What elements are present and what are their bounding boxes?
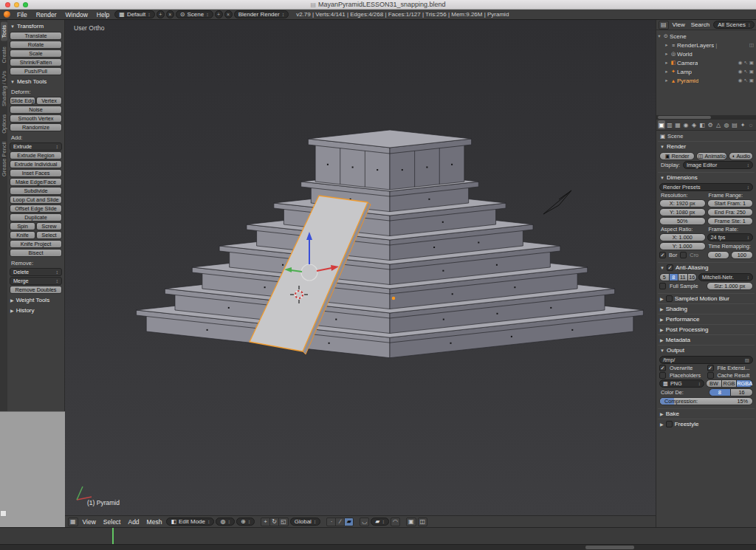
visibility-eye-icon[interactable]: ◉ (738, 78, 743, 83)
viewport-3d[interactable]: User Ortho (1) Pyramid (65, 20, 656, 515)
outliner-row-world[interactable]: ▸ ◎ World (656, 49, 756, 58)
noise-button[interactable]: Noise (10, 106, 62, 114)
display-selector[interactable]: Image Editor ↕ (683, 161, 753, 169)
aa-samples-5-button[interactable]: 5 (659, 273, 670, 281)
start-frame-field[interactable]: Start Fram: 1 (707, 199, 754, 207)
overwrite-checkbox[interactable]: ✓ (659, 365, 666, 371)
tree-closed-icon[interactable]: ▸ (664, 60, 670, 66)
viewport-canvas[interactable] (65, 20, 656, 515)
dimensions-section-header[interactable]: ▼ Dimensions (658, 173, 755, 182)
view-menu[interactable]: View (80, 518, 99, 526)
aa-samples-8-button[interactable]: 8 (670, 273, 679, 281)
renderability-camera-icon[interactable]: ▣ (749, 78, 754, 83)
color-depth-16-button[interactable]: 16 (731, 388, 753, 396)
opengl-render-icon[interactable]: ▣ (406, 518, 416, 526)
file-menu[interactable]: File (13, 11, 31, 18)
antialiasing-section-header[interactable]: ▼ ✓ Anti-Aliasing (658, 263, 755, 272)
metadata-section-header[interactable]: ▶ Metadata (658, 335, 755, 345)
tab-texture[interactable]: ▤ (731, 120, 738, 129)
aspect-y-field[interactable]: Y: 1.000 (659, 242, 706, 250)
tab-data[interactable]: △ (715, 120, 722, 129)
snap-magnet-icon[interactable]: ◡ (360, 518, 369, 526)
color-depth-8-button[interactable]: 8 (709, 388, 732, 396)
mode-selector[interactable]: ◧ Edit Mode ↕ (166, 518, 214, 526)
outliner-row-scene[interactable]: ▾ ⊙ Scene (656, 32, 756, 41)
selectability-arrow-icon[interactable]: ↖ (743, 78, 747, 83)
render-button[interactable]: ▣ Render (659, 152, 695, 160)
extrude-individual-button[interactable]: Extrude Individual (10, 160, 62, 168)
tab-particles[interactable]: ✦ (739, 120, 746, 129)
outliner-row-renderlayers[interactable]: ▸ ≡ RenderLayers | ◫ (656, 41, 756, 49)
bake-section-header[interactable]: ▶ Bake (658, 409, 755, 419)
tab-scene[interactable]: ▦ (674, 120, 681, 129)
transform-panel-header[interactable]: ▼ Transform (7, 21, 64, 31)
cache-result-checkbox[interactable] (707, 372, 714, 379)
tree-open-icon[interactable]: ▾ (656, 33, 662, 39)
scene-selector[interactable]: ⊙ Scene ↕ (176, 10, 213, 18)
visibility-eye-icon[interactable]: ◉ (738, 69, 743, 75)
loop-cut-button[interactable]: Loop Cut and Slide (10, 196, 62, 204)
crop-checkbox[interactable] (680, 252, 687, 258)
post-processing-section-header[interactable]: ▶ Post Processing (658, 325, 755, 334)
renderlayer-icon[interactable]: ◫ (749, 42, 754, 48)
file-format-selector[interactable]: ▦ PNG ↕ (659, 379, 704, 388)
knife-select-button[interactable]: Select (36, 231, 62, 239)
knife-button[interactable]: Knife (10, 231, 35, 239)
face-select-icon[interactable]: ▰ (344, 518, 354, 526)
color-mode-rgb-button[interactable]: RGB (722, 379, 738, 388)
outliner-row-lamp[interactable]: ▸ ✦ Lamp ◉ ↖ ▣ (656, 67, 756, 76)
tab-object[interactable]: ◈ (690, 120, 698, 129)
performance-section-header[interactable]: ▶ Performance (658, 314, 755, 324)
rotate-button[interactable]: Rotate (10, 41, 62, 49)
toolshelf-tab-shading-uvs[interactable]: Shading / UVs (1, 68, 7, 109)
tab-physics[interactable]: ◌ (747, 120, 755, 129)
tree-closed-icon[interactable]: ▸ (664, 78, 670, 83)
renderability-camera-icon[interactable]: ▣ (749, 60, 754, 66)
shading-section-header[interactable]: ▶ Shading (658, 304, 755, 314)
add-menu[interactable]: Add (125, 518, 142, 526)
full-sample-checkbox[interactable] (659, 283, 666, 289)
output-path-field[interactable]: /tmp/ ▨ (659, 356, 753, 364)
folder-icon[interactable]: ▨ (745, 357, 749, 363)
timeline-editor[interactable] (0, 527, 756, 550)
outliner-scrollbar[interactable] (656, 115, 756, 120)
end-frame-field[interactable]: End Fra: 250 (707, 208, 754, 216)
remove-doubles-button[interactable]: Remove Doubles (10, 286, 62, 294)
offset-edge-slide-button[interactable]: Offset Edge Slide (10, 204, 62, 213)
screen-layout-selector[interactable]: ▦ Default ↕ (114, 10, 154, 18)
editor-type-selector[interactable]: ▦ (68, 518, 78, 526)
transform-orientation-selector[interactable]: Global ↕ (290, 518, 321, 526)
tab-modifiers[interactable]: ⚙ (707, 120, 714, 129)
render-section-header[interactable]: ▼ Render (658, 142, 755, 151)
current-frame-playhead[interactable] (112, 528, 114, 544)
render-engine-selector[interactable]: Blender Render ↕ (234, 10, 289, 18)
aa-samples-16-button[interactable]: 16 (688, 273, 698, 281)
zoom-window-button[interactable] (23, 2, 28, 7)
pivot-point-selector[interactable]: ⊕ ↕ (236, 518, 255, 526)
opengl-render-anim-icon[interactable]: ◫ (418, 518, 428, 526)
aa-samples-11-button[interactable]: 11 (678, 273, 688, 281)
toolshelf-tab-tools[interactable]: Tools (1, 22, 7, 41)
tab-material[interactable]: ◍ (723, 120, 730, 129)
randomize-button[interactable]: Randomize (10, 123, 62, 131)
mesh-tools-panel-header[interactable]: ▼ Mesh Tools (7, 76, 64, 86)
resolution-percentage-field[interactable]: 50% (659, 217, 706, 225)
tree-closed-icon[interactable]: ▸ (664, 51, 670, 57)
close-layout-button[interactable]: × (166, 10, 174, 18)
merge-menu-button[interactable]: Merge ↕ (10, 277, 62, 285)
minimize-window-button[interactable] (14, 2, 19, 7)
add-layout-button[interactable]: + (157, 10, 165, 18)
extrude-menu-button[interactable]: Extrude ↕ (10, 142, 62, 151)
blender-logo-icon[interactable] (4, 11, 10, 18)
motion-blur-section-header[interactable]: ▶ Sampled Motion Blur (658, 294, 755, 303)
smooth-vertex-button[interactable]: Smooth Vertex (10, 114, 62, 123)
timeline-scrollbar-handle[interactable] (585, 546, 634, 549)
help-menu[interactable]: Help (93, 11, 113, 18)
toolshelf-tab-options[interactable]: Options (1, 111, 7, 137)
border-checkbox[interactable]: ✓ (659, 252, 666, 258)
aa-size-field[interactable]: Siz: 1.000 px (707, 282, 754, 290)
output-section-header[interactable]: ▼ Output (658, 346, 755, 355)
freestyle-checkbox[interactable] (666, 421, 673, 427)
window-menu[interactable]: Window (62, 11, 92, 18)
resolution-x-field[interactable]: X: 1920 px (659, 199, 706, 207)
